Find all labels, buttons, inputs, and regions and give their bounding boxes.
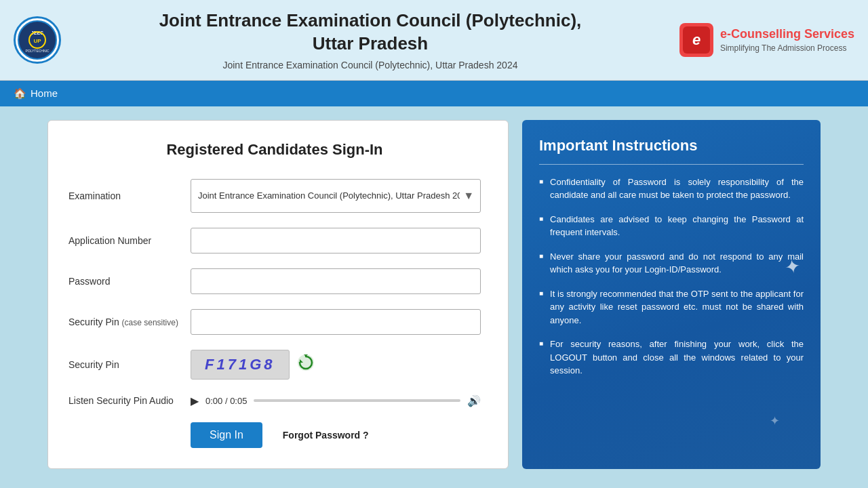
svg-text:POLYTECHNIC: POLYTECHNIC (25, 49, 50, 53)
page-title: Joint Entrance Examination Council (Poly… (61, 9, 679, 56)
list-item: Confidentiality of Password is solely re… (539, 176, 804, 202)
password-input[interactable] (191, 268, 481, 294)
security-pin-display-row: Security Pin F171G8 (68, 350, 481, 380)
navbar: 🏠 Home (0, 81, 868, 106)
sign-in-form-card: Registered Candidates Sign-In Examinatio… (47, 120, 509, 469)
security-pin-input[interactable] (191, 309, 481, 335)
home-icon: 🏠 (14, 87, 26, 100)
form-buttons: Sign In Forgot Password ? (68, 422, 481, 448)
audio-label: Listen Security Pin Audio (68, 395, 191, 406)
ecounselling-logo: e (679, 23, 713, 57)
sparkle-decoration-2: ✦ (770, 413, 780, 428)
header: JEEC UP POLYTECHNIC Joint Entrance Exami… (0, 0, 868, 81)
header-subtitle: Joint Entrance Examination Council (Poly… (61, 60, 679, 70)
volume-button[interactable]: 🔊 (467, 394, 481, 407)
refresh-captcha-button[interactable] (296, 353, 315, 376)
sign-in-button[interactable]: Sign In (191, 422, 262, 448)
organization-logo: JEEC UP POLYTECHNIC (14, 16, 61, 64)
captcha-container: F171G8 (191, 350, 315, 380)
play-button[interactable]: ▶ (191, 394, 199, 407)
examination-select-wrapper: Joint Entrance Examination Council (Poly… (191, 179, 481, 213)
refresh-icon (296, 357, 315, 375)
application-number-label: Application Number (68, 235, 191, 246)
instructions-card: Important Instructions Confidentiality o… (522, 120, 821, 469)
header-center: Joint Entrance Examination Council (Poly… (61, 9, 679, 70)
list-item: It is strongly recommended that the OTP … (539, 287, 804, 327)
password-row: Password (68, 268, 481, 294)
play-icon: ▶ (191, 395, 199, 407)
audio-progress-bar (254, 399, 460, 402)
forgot-password-link[interactable]: Forgot Password ? (283, 430, 369, 441)
audio-player: ▶ 0:00 / 0:05 🔊 (191, 394, 481, 407)
security-pin-input-row: Security Pin (case sensitive) (68, 309, 481, 335)
security-pin-input-label: Security Pin (case sensitive) (68, 317, 191, 327)
instructions-divider (539, 164, 804, 165)
security-pin-display-label: Security Pin (68, 359, 191, 370)
list-item: Never share your password and do not res… (539, 250, 804, 277)
svg-text:UP: UP (33, 38, 41, 44)
list-item: Candidates are advised to keep changing … (539, 213, 804, 239)
application-number-input[interactable] (191, 228, 481, 253)
audio-row: Listen Security Pin Audio ▶ 0:00 / 0:05 … (68, 394, 481, 407)
instructions-title: Important Instructions (539, 137, 804, 155)
application-number-row: Application Number (68, 228, 481, 253)
instructions-list: Confidentiality of Password is solely re… (539, 176, 804, 378)
examination-row: Examination Joint Entrance Examination C… (68, 179, 481, 213)
captcha-image: F171G8 (191, 350, 290, 380)
header-right: e e-Counselling Services Simplifying The… (679, 23, 854, 57)
examination-label: Examination (68, 190, 191, 201)
main-content: Registered Candidates Sign-In Examinatio… (0, 106, 868, 483)
form-title: Registered Candidates Sign-In (68, 141, 481, 159)
audio-time: 0:00 / 0:05 (205, 396, 247, 406)
volume-icon: 🔊 (467, 395, 481, 407)
list-item: For security reasons, after finishing yo… (539, 338, 804, 378)
svg-text:e: e (692, 31, 701, 48)
examination-select[interactable]: Joint Entrance Examination Council (Poly… (191, 179, 481, 213)
home-link[interactable]: 🏠 Home (14, 87, 58, 100)
ecounselling-text: e-Counselling Services Simplifying The A… (720, 26, 854, 54)
password-label: Password (68, 276, 191, 287)
